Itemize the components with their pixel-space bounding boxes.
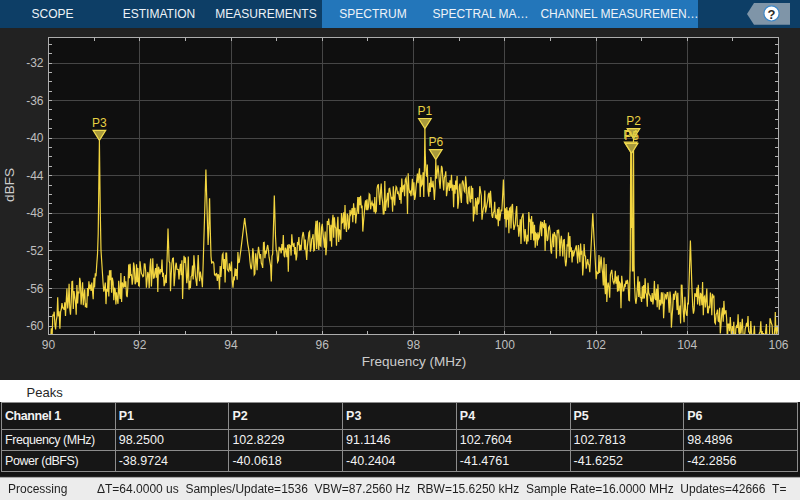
svg-text:106: 106	[768, 338, 788, 352]
svg-text:P2: P2	[626, 114, 641, 128]
svg-text:-40: -40	[26, 131, 44, 145]
svg-text:P6: P6	[428, 135, 443, 149]
svg-text:-60: -60	[26, 319, 44, 333]
svg-text:96: 96	[316, 338, 330, 352]
svg-text:100: 100	[495, 338, 515, 352]
svg-text:?: ?	[768, 7, 776, 22]
svg-text:94: 94	[224, 338, 238, 352]
svg-text:-44: -44	[26, 169, 44, 183]
svg-text:98: 98	[407, 338, 421, 352]
svg-text:-52: -52	[26, 244, 44, 258]
svg-text:-32: -32	[26, 56, 44, 70]
svg-text:Frequency (MHz): Frequency (MHz)	[362, 354, 466, 369]
svg-text:dBFS: dBFS	[2, 168, 17, 202]
svg-text:P3: P3	[92, 116, 107, 130]
svg-text:-48: -48	[26, 206, 44, 220]
svg-text:92: 92	[133, 338, 147, 352]
svg-text:-56: -56	[26, 282, 44, 296]
svg-text:102: 102	[586, 338, 606, 352]
svg-text:P5: P5	[624, 129, 639, 143]
svg-text:P1: P1	[418, 104, 433, 118]
svg-text:104: 104	[677, 338, 697, 352]
svg-text:-36: -36	[26, 94, 44, 108]
svg-text:90: 90	[42, 338, 56, 352]
